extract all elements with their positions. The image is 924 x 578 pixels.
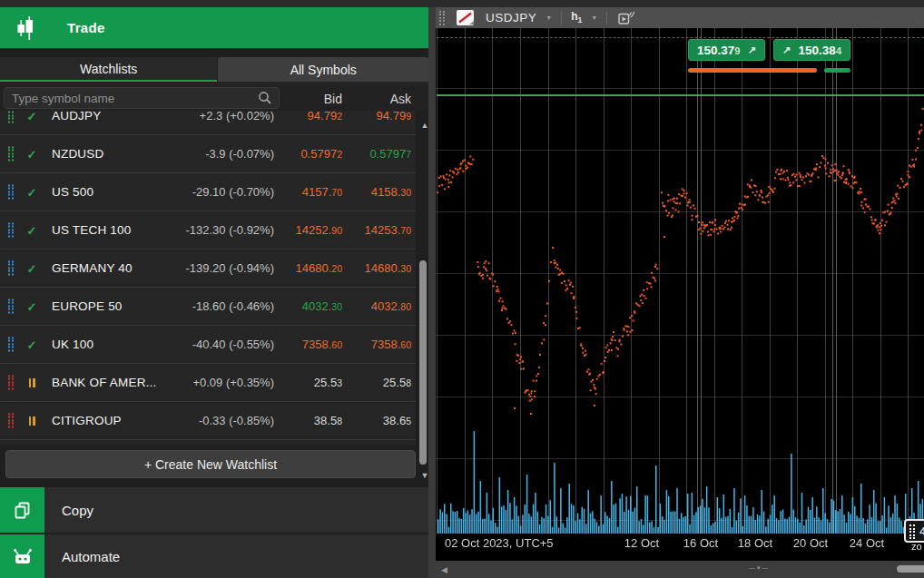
ask-value[interactable]: 7358.60	[0, 338, 411, 351]
watchlist-rows: ✓AUDJPY+2.3 (+0.02%)94.79294.799✓NZDUSD-…	[0, 111, 416, 445]
toolbar-separator	[561, 12, 562, 24]
ask-value[interactable]: 0.57977	[0, 147, 411, 161]
collapse-handle-icon[interactable]: —▾—	[749, 564, 771, 572]
chart-horizontal-scrollbar[interactable]: ◀ —▾—	[436, 561, 924, 578]
menu-item-automate[interactable]: Automate	[0, 534, 428, 578]
watchlist-row-citigroup[interactable]: CITIGROUP-0.33 (-0.85%)38.5838.65	[0, 402, 416, 440]
badge-drag-dots-icon	[909, 524, 916, 537]
trend-up-arrow-icon: ↗	[748, 44, 756, 56]
watchlist-scrollbar-thumb[interactable]	[419, 260, 427, 465]
trend-up-arrow-icon: ↗	[782, 44, 791, 56]
search-row: Bid Ask	[0, 82, 428, 111]
chart-corner-badge[interactable]: 4	[904, 519, 924, 543]
x-axis-label: 16 Oct	[683, 536, 718, 550]
watchlist-row-uk-100[interactable]: ✓UK 100-40.40 (-0.55%)7358.607358.60	[0, 326, 416, 364]
bid-price-line	[437, 95, 924, 96]
create-watchlist-button[interactable]: + Create New Watchlist	[5, 450, 416, 478]
ask-value[interactable]: 25.58	[0, 376, 411, 389]
sentiment-bar-sell	[688, 68, 817, 73]
timeframe-dropdown-caret-icon[interactable]: ▼	[591, 15, 597, 21]
toolbar-separator-2	[606, 12, 607, 24]
symbol-dropdown-caret-icon[interactable]: ▼	[546, 15, 552, 21]
sentiment-bar-buy	[824, 68, 850, 73]
ask-value[interactable]: 94.799	[0, 111, 411, 122]
timeframe-selector[interactable]: h1	[571, 10, 582, 24]
watchlist-row-europe-50[interactable]: ✓EUROPE 50-18.60 (-0.46%)4032.304032.80	[0, 288, 416, 326]
x-axis-label: 24 Oct	[850, 536, 884, 550]
watchlist-row-nzdusd[interactable]: ✓NZDUSD-3.9 (-0.07%)0.579720.57977	[0, 135, 416, 173]
x-axis-label: 18 Oct	[738, 536, 772, 550]
scroll-left-arrow[interactable]: ◀	[441, 565, 447, 574]
copy-icon	[0, 487, 44, 533]
ask-value[interactable]: 38.65	[0, 414, 411, 427]
ask-value[interactable]: 4032.80	[0, 299, 411, 313]
tab-all-symbols[interactable]: All Symbols	[218, 57, 428, 82]
x-axis-label: 20 Oct	[793, 536, 828, 550]
ask-value[interactable]: 14680.30	[0, 261, 411, 275]
panel-title: Trade	[67, 20, 105, 35]
tab-watchlists[interactable]: Watchlists	[0, 57, 217, 82]
watchlist-tabs: Watchlists All Symbols	[0, 57, 428, 82]
robot-icon	[0, 534, 44, 578]
watchlist-row-germany-40[interactable]: ✓GERMANY 40-139.20 (-0.94%)14680.2014680…	[0, 250, 416, 288]
toolbar-drag-handle-icon[interactable]	[439, 11, 446, 25]
x-axis-label: 12 Oct	[624, 536, 659, 550]
watchlist-row-audjpy[interactable]: ✓AUDJPY+2.3 (+0.02%)94.79294.799	[0, 111, 416, 135]
trade-header: Trade	[0, 7, 428, 48]
watchlist-row-bank-of-amer-[interactable]: BANK OF AMER...+0.09 (+0.35%)25.5325.58	[0, 364, 416, 402]
menu-label-automate: Automate	[62, 549, 120, 564]
buy-price-badge[interactable]: ↗ 150.384	[773, 39, 850, 61]
chart-type-icon[interactable]	[457, 10, 474, 25]
watchlist-row-us-500[interactable]: ✓US 500-29.10 (-0.70%)4157.704158.30	[0, 173, 416, 211]
x-axis-label: 02 Oct 2023, UTC+5	[445, 536, 554, 550]
detach-chart-icon[interactable]	[618, 11, 634, 24]
candlestick-icon	[15, 16, 35, 40]
sell-price-badge[interactable]: 150.379 ↗	[688, 39, 765, 61]
window-top-strip	[0, 0, 924, 7]
spread-dashed-line	[437, 37, 924, 38]
panel-divider[interactable]	[428, 7, 436, 578]
hscroll-thumb[interactable]	[897, 565, 924, 573]
price-chart-canvas[interactable]	[436, 28, 924, 561]
menu-item-copy[interactable]: Copy	[0, 487, 428, 533]
watchlist-row-us-tech-100[interactable]: ✓US TECH 100-132.30 (-0.92%)14252.901425…	[0, 211, 416, 250]
chart-toolbar: USDJPY ▼ h1 ▼	[436, 7, 924, 28]
corner-badge-caption: zo	[911, 541, 922, 552]
ask-value[interactable]: 14253.70	[0, 223, 411, 237]
ask-value[interactable]: 4158.30	[0, 185, 411, 199]
column-header-ask[interactable]: Ask	[0, 92, 411, 106]
trading-app: Trade Watchlists All Symbols Bid Ask ✓AU…	[0, 0, 924, 578]
menu-label-copy: Copy	[62, 503, 93, 518]
symbol-selector[interactable]: USDJPY	[486, 11, 536, 24]
